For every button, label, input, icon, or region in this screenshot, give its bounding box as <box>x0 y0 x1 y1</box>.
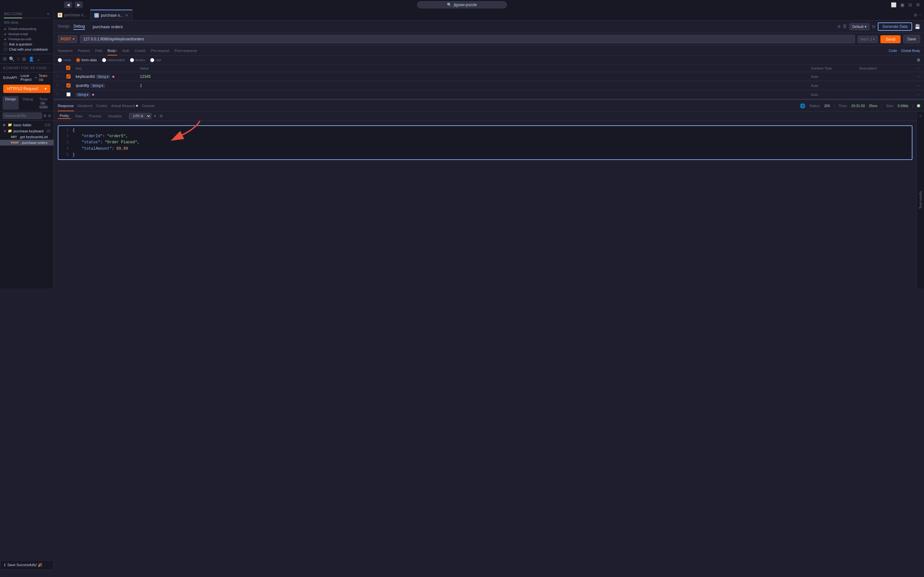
chevron-down-icon[interactable]: ▾ <box>154 114 156 118</box>
tab-purchase-file[interactable]: P purchase o... <box>54 10 90 20</box>
tree-item-get-keyboards[interactable]: GET get keyboardsList <box>0 134 53 140</box>
team-up-button[interactable]: Team Up <box>39 74 50 81</box>
tab-debug[interactable]: Debug <box>20 96 35 110</box>
params-table: Key Value Content Type Description ··· ⠿… <box>54 64 924 99</box>
method-select[interactable]: POST ▾ <box>58 35 78 43</box>
settings-icon[interactable]: ⚙ <box>915 2 921 8</box>
drag-handle-icon[interactable]: ⠿ <box>54 75 63 78</box>
raw-tab[interactable]: Raw <box>73 113 84 119</box>
debug-nav-tab[interactable]: Debug <box>73 23 85 30</box>
select-all-checkbox[interactable] <box>66 66 70 70</box>
sidebar-toggle-icon[interactable]: ⬜ <box>890 2 897 8</box>
postresponse-tab[interactable]: Post-response <box>174 45 197 55</box>
layout-icon[interactable]: ▣ <box>900 2 905 8</box>
tree-folder-basic[interactable]: ▶ 📁 basic folder (11) <box>0 122 53 128</box>
format-formdata[interactable]: form-data <box>76 58 97 62</box>
send-button[interactable]: Send <box>880 35 900 43</box>
search-icon[interactable]: 🔍 <box>9 56 15 61</box>
drag-handle-icon[interactable]: ⠿ <box>54 84 63 87</box>
tab-tests[interactable]: Tests No Limits <box>37 96 51 110</box>
response-topbar: Response Headers3 Cookie Actual Request … <box>54 100 924 111</box>
table-row: ⠿ String ▾ ✱ Auto ⋯ <box>54 90 924 99</box>
status-green-dot <box>917 104 920 107</box>
row-more[interactable]: ⋯ <box>914 92 924 97</box>
response-tab[interactable]: Response <box>58 100 74 111</box>
echoapi-title: ECHOAPI FOR VS CODE <box>3 66 47 70</box>
avatar-icon[interactable]: 👤 <box>29 56 34 61</box>
split-icon[interactable]: ⊟ <box>908 2 913 8</box>
close-tab-icon[interactable]: ✕ <box>125 13 128 18</box>
globe-icon[interactable]: 🌐 <box>800 103 805 108</box>
more-tabs-icon[interactable]: ··· <box>918 13 921 17</box>
row-enable-checkbox[interactable] <box>66 83 71 87</box>
generate-data-button[interactable]: Generate Data <box>878 23 912 31</box>
save-icon-button[interactable]: 💾 <box>915 24 920 29</box>
tab-design[interactable]: Design <box>3 96 19 110</box>
required-star-icon[interactable]: ✱ <box>112 75 115 79</box>
filter-icon[interactable]: ⊕ <box>43 113 47 118</box>
body-format-icon[interactable]: ⊞ <box>917 58 920 62</box>
format-none[interactable]: none <box>58 58 71 62</box>
format-urlencoded[interactable]: urlencoded <box>102 58 125 62</box>
pretty-tab[interactable]: Pretty <box>58 113 71 119</box>
protocol-select[interactable]: http/1.1 ▾ <box>858 35 878 43</box>
drag-handle-icon[interactable]: ⠿ <box>54 93 63 96</box>
preview-tab[interactable]: Preview <box>87 113 103 119</box>
close-welcome-icon[interactable]: ✕ <box>47 12 50 16</box>
forward-button[interactable]: ▶ <box>75 2 83 8</box>
grid-icon[interactable]: ⊞ <box>22 56 26 61</box>
chevron-down-icon[interactable]: ▾ <box>35 76 37 80</box>
copy-icon[interactable]: ⧉ <box>3 56 6 61</box>
row-more[interactable]: ⋯ <box>914 83 924 88</box>
actual-request-tab[interactable]: Actual Request <box>111 100 138 111</box>
back-button[interactable]: ◀ <box>64 2 72 8</box>
required-star-icon[interactable]: ✱ <box>92 93 94 97</box>
row-enable-checkbox[interactable] <box>66 74 71 79</box>
params-tab[interactable]: Params <box>78 45 90 55</box>
path-tab[interactable]: Path <box>95 45 103 55</box>
code-link[interactable]: Code <box>889 49 897 53</box>
headers-tab[interactable]: Headers1 <box>58 45 73 55</box>
headers-response-tab[interactable]: Headers3 <box>78 100 93 111</box>
search-input[interactable] <box>3 113 42 119</box>
settings-icon-2[interactable]: ⊟ <box>872 24 875 29</box>
settings-db-icon[interactable]: 🗄 <box>843 24 846 29</box>
chevron-down-icon[interactable]: ⌄ <box>37 56 40 61</box>
tab-purchase-api[interactable]: ⚡ purchase o... ✕ <box>90 10 132 20</box>
design-nav-tab[interactable]: Design <box>58 23 69 30</box>
tree-item-post-orders[interactable]: POST purchase orders <box>0 140 53 145</box>
header-more[interactable]: ··· <box>914 66 924 70</box>
sort-icon[interactable]: ⊘ <box>48 113 51 118</box>
body-tab[interactable]: Body2 <box>107 45 117 55</box>
cookie-tab[interactable]: Cookie <box>135 45 145 55</box>
default-select[interactable]: Default ▾ <box>849 23 869 30</box>
type-badge[interactable]: String ▾ <box>90 84 105 88</box>
split-view-icon[interactable]: ⊞ <box>914 13 917 17</box>
branch-icon[interactable]: ⑂ <box>17 56 19 61</box>
url-input[interactable] <box>80 35 855 43</box>
test-results-panel[interactable]: « Test results <box>916 111 924 288</box>
http-request-button[interactable]: HTTP1/2 Request ▾ <box>3 85 50 93</box>
value-cell: 1 <box>137 83 809 88</box>
settings-gear-icon[interactable]: ⚙ <box>837 24 841 29</box>
format-binary[interactable]: binary <box>130 58 145 62</box>
tree-folder-purchase[interactable]: ▼ 📁 purchase keyboard (2) <box>0 128 53 134</box>
row-enable-checkbox[interactable] <box>66 92 71 97</box>
type-badge[interactable]: String ▾ <box>76 93 90 97</box>
type-badge[interactable]: String ▾ <box>96 75 110 79</box>
encoding-select[interactable]: UTF-8 <box>129 113 152 119</box>
visualize-tab[interactable]: Visualize <box>106 113 124 119</box>
row-more[interactable]: ⋯ <box>914 74 924 79</box>
local-project-label[interactable]: Local Project <box>21 74 34 81</box>
search-icon: 🔍 <box>447 3 452 7</box>
console-tab[interactable]: Console <box>142 100 155 111</box>
copy-button[interactable]: ⧉ <box>160 114 163 118</box>
titlebar-search[interactable]: 🔍 jigsaw-puzzle <box>417 1 507 8</box>
save-button[interactable]: Save <box>903 35 920 43</box>
format-raw[interactable]: raw <box>150 58 162 62</box>
more-icon[interactable]: ··· <box>47 66 50 70</box>
prerequest-tab[interactable]: Pre-request <box>151 45 169 55</box>
cookie-response-tab[interactable]: Cookie <box>96 100 107 111</box>
auth-tab[interactable]: Auth <box>122 45 129 55</box>
global-body-link[interactable]: Global Body <box>901 49 920 53</box>
